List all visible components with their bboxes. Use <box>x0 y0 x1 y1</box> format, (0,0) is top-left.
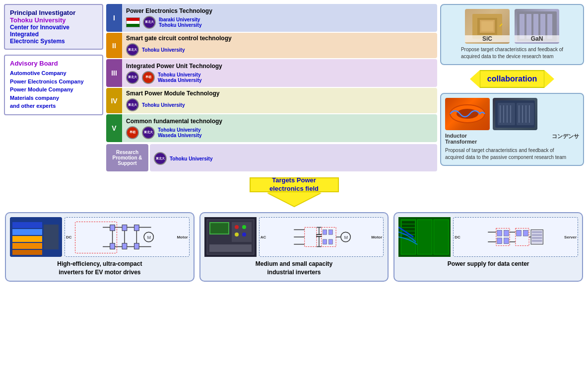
inductor-image <box>445 98 490 130</box>
arrow-top: Targets Power electronics field <box>250 177 339 192</box>
svg-text:M: M <box>147 235 151 240</box>
svg-rect-58 <box>304 228 316 247</box>
industrial-circuit: AC Motor <box>259 217 384 257</box>
advisory-item-2: Power Electronics Company <box>10 78 97 86</box>
tech-content-2: Smart gate circuit control technology 東北… <box>122 33 437 58</box>
roman-badge-2: II <box>106 33 122 58</box>
pi-university: Tohoku University <box>10 16 97 24</box>
waseda-logo-2: 早稲 <box>126 126 139 139</box>
tech-row-2: II Smart gate circuit control technology… <box>106 33 437 58</box>
tohoku-logo-5: 東北大 <box>142 126 155 139</box>
tech-row-5: V Common fundamental technology 早稲 東北大 T… <box>106 114 437 142</box>
svg-rect-96 <box>532 234 542 236</box>
tech-content-5: Common fundamental technology 早稲 東北大 Toh… <box>122 114 437 142</box>
svg-rect-76 <box>434 220 449 254</box>
gan-image: GaN <box>515 9 559 44</box>
svg-rect-27 <box>12 229 42 235</box>
passive-feedback-text: Proposal of target characteristics and f… <box>445 147 579 161</box>
ind-motor-label: Motor <box>371 235 382 239</box>
targets-arrow: Targets Power electronics field <box>245 177 344 206</box>
svg-rect-78 <box>402 225 415 227</box>
main-layout: Principal Investigator Tohoku University… <box>0 0 588 287</box>
advisory-box: Advisory Board Automotive Company Power … <box>4 55 103 115</box>
tohoku-logo-promo: 東北大 <box>154 152 167 165</box>
svg-rect-29 <box>12 243 42 249</box>
uni-name-ibaraki: Ibaraki University <box>159 17 202 22</box>
advisory-item-1: Automotive Company <box>10 69 97 78</box>
uni-name-tohoku-promo: Tohoku University <box>170 156 213 161</box>
roman-badge-5: V <box>106 114 122 142</box>
dc-dc-label: DC <box>455 235 460 239</box>
advisory-item-3: Power Module Company <box>10 85 97 94</box>
left-panel: Principal Investigator Tohoku University… <box>4 4 103 115</box>
passive-images <box>445 98 579 130</box>
tech-row-3: III Integrated Power Unit Technology 東北大… <box>106 59 437 87</box>
tech-content-3: Integrated Power Unit Technology 東北大 早稲 … <box>122 59 437 87</box>
industrial-image-area: AC Motor <box>204 217 384 257</box>
ev-inverter-box: DC Motor <box>5 212 195 282</box>
university-row-1: 東北大 Ibaraki University Tohoku University <box>126 16 433 29</box>
pi-box: Principal Investigator Tohoku University… <box>4 4 103 50</box>
collaboration-section: collaboration <box>440 70 584 88</box>
svg-rect-69 <box>328 239 332 244</box>
middle-section: Targets Power electronics field <box>0 173 588 208</box>
sic-image: SiC <box>465 9 510 44</box>
pi-title: Principal Investigator <box>10 9 97 16</box>
svg-point-51 <box>242 225 246 229</box>
datacenter-box: DC Server <box>393 212 583 282</box>
targets-label: Targets Power electronics field <box>269 176 319 193</box>
industrial-box: AC Motor <box>199 212 389 282</box>
svg-rect-66 <box>323 230 327 235</box>
tech-title-4: Smart Power Module Technology <box>126 90 433 97</box>
roman-badge-1: I <box>106 4 122 32</box>
datacenter-title: Power supply for data center <box>448 260 529 268</box>
ev-title: High-efficiency, ultra-compact inverters… <box>57 260 142 277</box>
svg-rect-87 <box>497 238 502 244</box>
svg-rect-86 <box>504 230 509 236</box>
uni-name-tohoku-5: Tohoku University <box>158 127 202 133</box>
uni-name-waseda-2: Waseda University <box>158 133 202 138</box>
tohoku-logo-2: 東北大 <box>126 43 139 56</box>
roman-badge-4: IV <box>106 88 122 113</box>
ind-ac-label: AC <box>261 235 266 239</box>
top-row: Principal Investigator Tohoku University… <box>0 0 588 173</box>
promo-university-row: 東北大 Tohoku University <box>154 152 213 165</box>
university-row-3: 東北大 早稲 Tohoku University Waseda Universi… <box>126 71 433 84</box>
right-panel: SiC <box>440 4 584 166</box>
tech-title-5: Common fundamental technology <box>126 118 433 125</box>
waseda-logo-1: 早稲 <box>142 71 155 84</box>
ibaraki-flag <box>126 17 140 27</box>
roman-badge-3: III <box>106 59 122 87</box>
svg-rect-95 <box>532 231 542 233</box>
tech-title-2: Smart gate circuit control technology <box>126 35 433 42</box>
promo-row: Research Promotion & Support 東北大 Tohoku … <box>106 144 437 171</box>
arrow-triangle <box>267 192 322 206</box>
svg-rect-36 <box>122 225 127 231</box>
dc-server-label: Server <box>564 235 577 239</box>
svg-point-52 <box>235 233 239 236</box>
svg-rect-98 <box>532 240 542 242</box>
promo-content: 東北大 Tohoku University <box>150 144 437 171</box>
tech-title-1: Power Electronics Technology <box>126 7 433 14</box>
svg-rect-31 <box>44 225 59 249</box>
passive-labels: Inductor Transformer コンデンサ <box>445 133 579 145</box>
datacenter-circuit: DC Server <box>453 217 578 257</box>
university-row-4: 東北大 Tohoku University <box>126 98 433 111</box>
device-feedback-text: Propose target characteristics and feedb… <box>461 46 563 60</box>
tohoku-logo-3: 東北大 <box>126 71 139 84</box>
svg-rect-37 <box>122 243 127 249</box>
pi-center: Center for Innovative Integrated Electro… <box>10 24 97 45</box>
svg-point-53 <box>242 233 246 236</box>
svg-rect-38 <box>134 225 139 231</box>
tech-section: I Power Electronics Technology 東北大 Ibara… <box>106 4 437 171</box>
svg-rect-97 <box>532 237 542 239</box>
uni-name-tohoku-1: Tohoku University <box>159 22 202 28</box>
gan-label: GaN <box>515 35 559 42</box>
ev-circuit: DC Motor <box>65 217 190 257</box>
svg-point-50 <box>235 225 239 229</box>
uni-name-tohoku-4: Tohoku University <box>142 102 185 108</box>
ev-image-area: DC Motor <box>10 217 190 257</box>
svg-rect-92 <box>517 230 522 236</box>
tech-content-4: Smart Power Module Technology 東北大 Tohoku… <box>122 88 437 113</box>
module-image <box>493 98 537 130</box>
